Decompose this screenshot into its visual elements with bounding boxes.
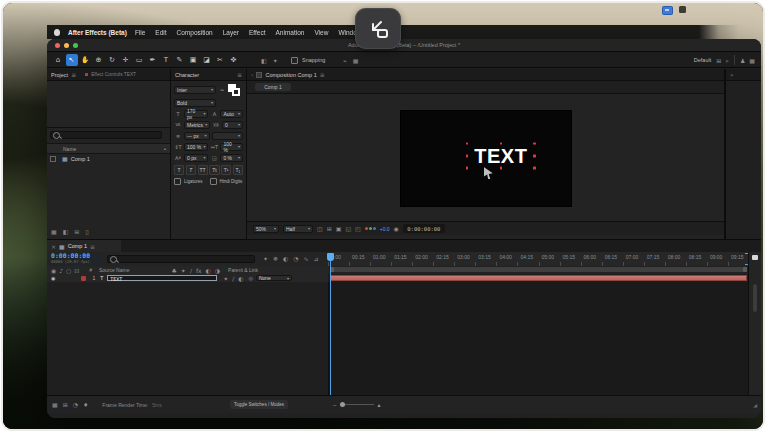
panel-expander-icon[interactable]: » <box>730 71 734 78</box>
zoom-tool[interactable]: ⊕ <box>93 54 105 66</box>
label-color-box[interactable] <box>50 156 56 162</box>
layer-switch-icons-1[interactable]: ∕ <box>232 275 234 282</box>
timeline-bottom-icons-0[interactable]: ▦ <box>52 401 58 408</box>
zoom-out-icon[interactable]: − <box>333 402 337 408</box>
character-panel-menu-icon[interactable]: ≡ <box>237 71 242 78</box>
share-user-icons-0[interactable]: ♟ <box>740 57 745 64</box>
zoom-slider-thumb[interactable] <box>340 402 345 407</box>
share-user-icons[interactable]: ♟▦ <box>740 57 755 64</box>
timeline-option-icons[interactable]: ✦❄◐◔∿⊿ <box>263 255 319 262</box>
selection-tool[interactable]: ↖ <box>66 54 78 66</box>
layer-switch-icons-0[interactable]: ✦ <box>223 275 228 282</box>
menu-view[interactable]: View <box>314 29 328 36</box>
screen-share-overlay-button[interactable] <box>355 8 401 49</box>
post-snap-icons-1[interactable]: ▦ <box>353 57 359 64</box>
work-area-bar[interactable] <box>330 267 747 272</box>
magnification-select[interactable]: 50%▾ <box>253 225 279 233</box>
faux-style-toggle-2[interactable]: TT <box>198 165 208 175</box>
timeline-search-input[interactable] <box>107 255 255 263</box>
timeline-zoom-slider[interactable]: − ▲ <box>333 402 381 408</box>
toggle-switches-modes-button[interactable]: Toggle Switches / Modes <box>230 400 288 409</box>
clone-stamp-tool[interactable]: ▣ <box>187 54 199 66</box>
view-option-icons-3[interactable]: ◱ <box>345 225 351 232</box>
composition-panel-menu-icon[interactable]: ≡ <box>320 71 325 78</box>
post-snap-icons[interactable]: ⌁▦ <box>343 52 358 68</box>
brush-tool[interactable]: ✎ <box>174 54 186 66</box>
close-window-button[interactable] <box>55 43 60 48</box>
share-user-icons-1[interactable]: ▦ <box>749 57 755 64</box>
pre-snap-icons[interactable]: ◧✦ <box>261 52 278 68</box>
view-option-icons-1[interactable]: ⊞ <box>327 225 332 232</box>
tsume-value[interactable]: 0 %▾ <box>220 154 243 162</box>
snapshot-camera-icon[interactable]: ◉ <box>394 225 399 232</box>
timeline-tab-comp1[interactable]: × ▦ Comp 1 ≡ <box>47 240 121 252</box>
workspace-label[interactable]: Default <box>694 57 711 63</box>
font-style-select[interactable]: Bold▾ <box>174 99 216 107</box>
tab-composition[interactable]: Composition Comp 1 <box>265 72 316 78</box>
puppet-pin-tool[interactable]: ✜ <box>228 54 240 66</box>
project-item-comp1[interactable]: ▦ Comp 1 <box>47 154 170 163</box>
hindi-digits-checkbox[interactable] <box>210 178 217 185</box>
minimize-window-button[interactable] <box>64 43 69 48</box>
type-tool[interactable]: T <box>160 54 172 66</box>
menu-composition[interactable]: Composition <box>177 29 213 36</box>
parent-select[interactable]: None▾ <box>256 275 292 282</box>
breadcrumb-comp1[interactable]: Comp 1 <box>255 83 291 91</box>
parent-link-column-header[interactable]: Parent & Link <box>228 267 258 273</box>
layer-name-input[interactable]: TEXT <box>107 275 217 281</box>
project-footer-icons-0[interactable]: ▦ <box>51 228 57 235</box>
stroke-style-select[interactable]: ▾ <box>212 132 243 140</box>
timeline-bottom-icons[interactable]: ▦⊞◔♦ <box>52 401 88 408</box>
close-tab-icon[interactable]: × <box>51 243 56 250</box>
orbit-camera-tool[interactable]: ↻ <box>106 54 118 66</box>
current-time-display[interactable]: 0:00:00:00 00000 (29.97 fps) <box>49 253 101 265</box>
fill-stroke-swatch[interactable] <box>228 84 241 96</box>
vertical-scrollbar[interactable] <box>753 284 757 312</box>
ligatures-checkbox[interactable] <box>174 178 181 185</box>
roto-brush-tool[interactable]: ✂ <box>214 54 226 66</box>
post-snap-icons-0[interactable]: ⌁ <box>343 57 347 64</box>
pre-snap-icons-0[interactable]: ◧ <box>261 57 267 64</box>
chevron-left-icon[interactable]: ‹ <box>251 71 253 78</box>
timeline-tab-label[interactable]: Comp 1 <box>68 243 87 249</box>
project-footer-icons-3[interactable]: ▯ <box>85 228 88 235</box>
menu-animation[interactable]: Animation <box>275 29 304 36</box>
eraser-tool[interactable]: ◪ <box>201 54 213 66</box>
timeline-option-icons-1[interactable]: ❄ <box>273 255 278 262</box>
project-list-header[interactable]: Name ▲ <box>47 143 170 154</box>
project-item-name[interactable]: Comp 1 <box>71 156 90 162</box>
timeline-option-icons-3[interactable]: ◔ <box>293 255 298 262</box>
project-footer-icons-1[interactable]: ◧ <box>63 228 69 235</box>
faux-style-toggle-5[interactable]: T₁ <box>233 165 243 175</box>
layer-label-color[interactable] <box>81 276 86 281</box>
timeline-option-icons-5[interactable]: ⊿ <box>314 255 319 262</box>
sort-arrow-icon[interactable]: ▲ <box>163 146 167 151</box>
timeline-bottom-icons-2[interactable]: ◔ <box>73 401 78 408</box>
horizontal-scale-value[interactable]: 100 %▾ <box>220 143 243 151</box>
tab-effect-controls[interactable]: Effect Controls TEXT <box>91 72 136 77</box>
view-option-icons-2[interactable]: ▣ <box>336 225 342 232</box>
vertical-scale-value[interactable]: 100 %▾ <box>184 143 208 151</box>
snapping-checkbox[interactable] <box>291 57 298 64</box>
project-footer-icons-2[interactable]: ⊞ <box>74 228 79 235</box>
timeline-bottom-icons-3[interactable]: ♦ <box>83 401 88 408</box>
work-area-end-handle[interactable] <box>743 267 747 272</box>
pan-behind-tool[interactable]: ✛ <box>120 54 132 66</box>
channel-rgb-icon[interactable] <box>365 227 376 230</box>
zoom-in-mountain-icon[interactable]: ▲ <box>377 402 382 408</box>
workspace-icons-0[interactable]: ⊞ <box>716 57 721 64</box>
comp-marker-button[interactable] <box>752 255 758 260</box>
parent-pickwhip-icon[interactable]: ◎ <box>249 275 253 281</box>
source-name-column-header[interactable]: Source Name <box>99 267 130 273</box>
time-ruler[interactable]: 0:0000:1501:0001:1502:0002:1503:0003:150… <box>328 252 749 267</box>
menu-edit[interactable]: Edit <box>155 29 166 36</box>
workspace-icons-1[interactable]: » <box>725 57 729 64</box>
project-search-input[interactable] <box>50 131 162 139</box>
baseline-shift-value[interactable]: 0 px▾ <box>184 154 208 162</box>
tracking-value[interactable]: 0▾ <box>222 121 243 129</box>
view-option-icons-0[interactable]: ◫ <box>317 225 323 232</box>
hand-tool[interactable]: ✋ <box>79 54 91 66</box>
font-family-select[interactable]: Inter▾ <box>174 86 216 94</box>
home-tool[interactable]: ⌂ <box>52 54 64 66</box>
stroke-width-value[interactable]: — px▾ <box>184 132 210 140</box>
